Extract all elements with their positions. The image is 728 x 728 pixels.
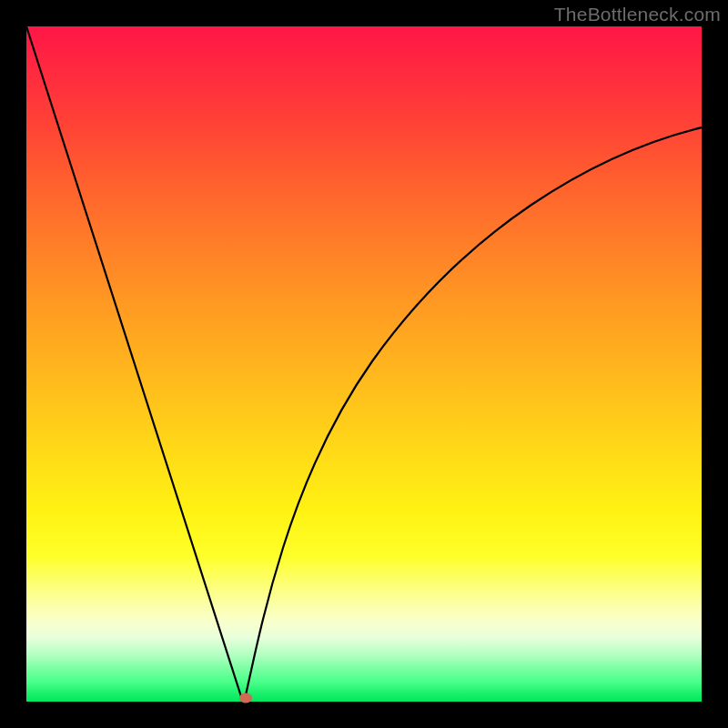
minimum-marker	[239, 693, 252, 703]
curve-right-branch	[246, 127, 702, 695]
bottleneck-curve	[26, 26, 702, 702]
chart-frame: TheBottleneck.com	[0, 0, 728, 728]
plot-area	[26, 26, 702, 702]
curve-left-branch	[26, 26, 242, 698]
watermark-text: TheBottleneck.com	[554, 4, 721, 25]
